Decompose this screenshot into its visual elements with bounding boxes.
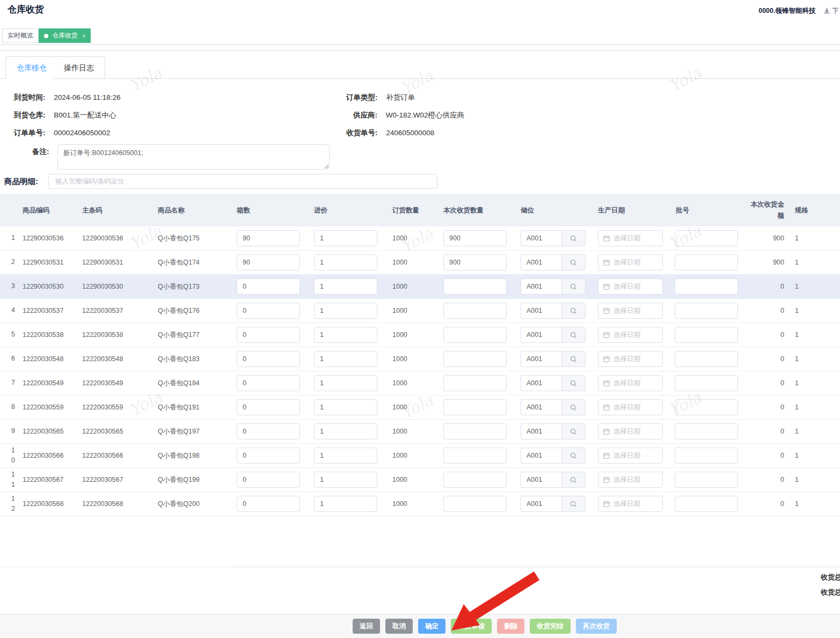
- production-date-picker[interactable]: 选择日期: [598, 254, 663, 270]
- box-count-input[interactable]: [237, 423, 300, 439]
- batch-no-input[interactable]: [675, 472, 738, 488]
- purchase-price-input[interactable]: [314, 327, 377, 343]
- slot-input[interactable]: [521, 254, 561, 270]
- receive-qty-input[interactable]: [443, 496, 507, 512]
- slot-input[interactable]: [521, 423, 561, 439]
- purchase-price-input[interactable]: [314, 496, 377, 512]
- batch-no-input[interactable]: [675, 399, 738, 415]
- box-count-input[interactable]: [237, 278, 300, 295]
- box-count-input[interactable]: [237, 448, 300, 464]
- receive-qty-input[interactable]: [443, 472, 507, 488]
- batch-no-input[interactable]: [675, 254, 738, 270]
- slot-input[interactable]: [521, 496, 561, 512]
- slot-search-button[interactable]: [561, 278, 586, 295]
- receive-qty-input[interactable]: [443, 351, 507, 367]
- back-button[interactable]: 返回: [353, 619, 380, 634]
- production-date-picker[interactable]: 选择日期: [598, 278, 663, 295]
- purchase-price-input[interactable]: [314, 254, 377, 270]
- batch-no-input[interactable]: [675, 327, 738, 343]
- slot-input[interactable]: [521, 399, 561, 415]
- tab-operation-log[interactable]: 操作日志: [53, 56, 105, 79]
- purchase-price-input[interactable]: [314, 303, 377, 319]
- slot-input[interactable]: [521, 303, 561, 319]
- purchase-price-input[interactable]: [314, 472, 377, 488]
- batch-no-input[interactable]: [675, 448, 738, 464]
- close-icon[interactable]: ×: [82, 33, 85, 39]
- confirm-button[interactable]: 确定: [418, 619, 445, 634]
- purchase-price-input[interactable]: [314, 230, 377, 246]
- slot-search-button[interactable]: [561, 448, 586, 464]
- slot-input[interactable]: [521, 327, 561, 343]
- slot-input[interactable]: [521, 375, 561, 391]
- barcode-locate-input[interactable]: [48, 174, 437, 189]
- production-date-picker[interactable]: 选择日期: [598, 230, 663, 246]
- batch-no-input[interactable]: [675, 230, 738, 246]
- production-date-picker[interactable]: 选择日期: [598, 399, 663, 415]
- purchase-price-input[interactable]: [314, 399, 377, 415]
- download-link[interactable]: 下: [823, 6, 839, 16]
- receive-qty-input[interactable]: [443, 423, 507, 439]
- slot-search-button[interactable]: [561, 399, 586, 415]
- production-date-picker[interactable]: 选择日期: [598, 303, 663, 319]
- order-qty: 1000: [389, 307, 440, 314]
- slot-search-button[interactable]: [561, 496, 586, 512]
- box-count-input[interactable]: [237, 303, 300, 319]
- batch-no-input[interactable]: [675, 278, 738, 295]
- receive-finish-button[interactable]: 收货完结: [530, 619, 571, 634]
- box-count-input[interactable]: [237, 375, 300, 391]
- receive-qty-input[interactable]: [443, 375, 507, 391]
- slot-search-button[interactable]: [561, 375, 586, 391]
- cancel-button[interactable]: 取消: [385, 619, 413, 634]
- receive-qty-input[interactable]: [443, 303, 507, 319]
- receive-qty-input[interactable]: [443, 254, 507, 270]
- purchase-price-input[interactable]: [314, 351, 377, 367]
- box-count-input[interactable]: [237, 254, 300, 270]
- box-count-input[interactable]: [237, 399, 300, 415]
- production-date-picker[interactable]: 选择日期: [598, 472, 663, 488]
- delete-button[interactable]: 删除: [497, 619, 524, 634]
- slot-input[interactable]: [521, 472, 561, 488]
- slot-search-button[interactable]: [561, 472, 586, 488]
- box-count-input[interactable]: [237, 351, 300, 367]
- production-date-picker[interactable]: 选择日期: [598, 375, 663, 391]
- tab-warehouse-move[interactable]: 仓库移仓: [5, 56, 58, 79]
- batch-no-input[interactable]: [675, 423, 738, 439]
- slot-input[interactable]: [521, 448, 561, 464]
- purchase-price-input[interactable]: [314, 448, 377, 464]
- batch-no-input[interactable]: [675, 303, 738, 319]
- tag-warehouse-receive[interactable]: 仓库收货 ×: [39, 28, 91, 43]
- production-date-picker[interactable]: 选择日期: [598, 448, 663, 464]
- remark-textarea[interactable]: 新订单号:B001240605001;: [57, 144, 330, 170]
- receive-qty-input[interactable]: [443, 399, 507, 415]
- purchase-price-input[interactable]: [314, 278, 377, 295]
- box-count-input[interactable]: [237, 230, 300, 246]
- box-count-input[interactable]: [237, 472, 300, 488]
- box-count-input[interactable]: [237, 327, 300, 343]
- production-date-picker[interactable]: 选择日期: [598, 351, 663, 367]
- receive-audit-button[interactable]: 收货审核: [451, 619, 492, 634]
- production-date-picker[interactable]: 选择日期: [598, 496, 663, 512]
- receive-again-button[interactable]: 再次收货: [576, 619, 617, 634]
- receive-qty-input[interactable]: [443, 448, 507, 464]
- receive-qty-input[interactable]: [443, 327, 507, 343]
- slot-search-button[interactable]: [561, 303, 586, 319]
- receive-qty-input[interactable]: [443, 230, 507, 246]
- batch-no-input[interactable]: [675, 496, 738, 512]
- purchase-price-input[interactable]: [314, 423, 377, 439]
- slot-search-button[interactable]: [561, 254, 586, 270]
- batch-no-input[interactable]: [675, 351, 738, 367]
- tag-realtime-overview[interactable]: 实时概览: [2, 28, 39, 43]
- slot-input[interactable]: [521, 351, 561, 367]
- slot-search-button[interactable]: [561, 351, 586, 367]
- slot-search-button[interactable]: [561, 423, 586, 439]
- slot-input[interactable]: [521, 230, 561, 246]
- slot-input[interactable]: [521, 278, 561, 295]
- receive-qty-input[interactable]: [443, 278, 507, 295]
- batch-no-input[interactable]: [675, 375, 738, 391]
- slot-search-button[interactable]: [561, 230, 586, 246]
- purchase-price-input[interactable]: [314, 375, 377, 391]
- box-count-input[interactable]: [237, 496, 300, 512]
- production-date-picker[interactable]: 选择日期: [598, 327, 663, 343]
- production-date-picker[interactable]: 选择日期: [598, 423, 663, 439]
- slot-search-button[interactable]: [561, 327, 586, 343]
